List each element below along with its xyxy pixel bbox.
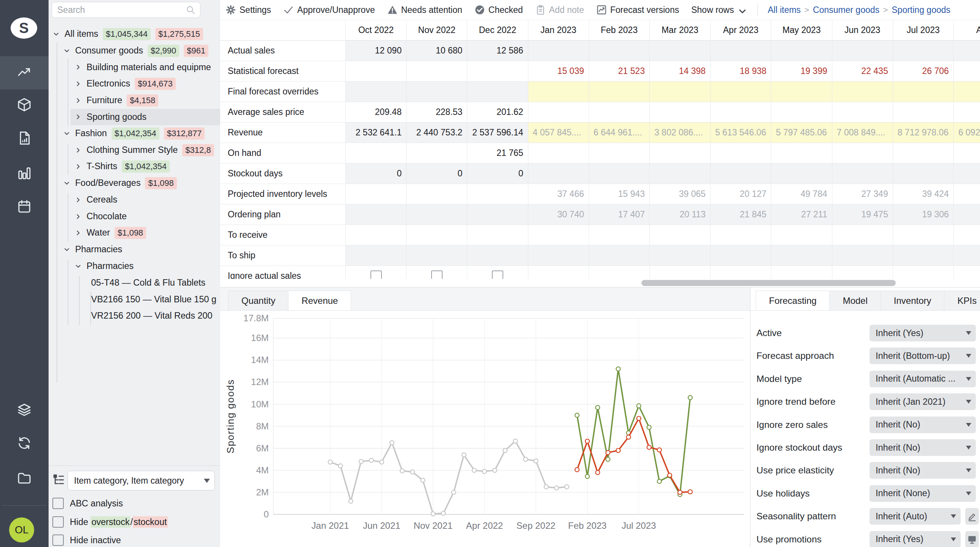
grouping-dropdown[interactable]: Item category, Item category	[68, 471, 215, 490]
table-cell[interactable]	[832, 266, 893, 279]
toolbar-settings[interactable]: Settings	[226, 5, 271, 15]
table-cell[interactable]	[893, 246, 954, 266]
table-cell[interactable]	[893, 143, 954, 163]
app-logo[interactable]: S	[11, 17, 37, 39]
table-cell[interactable]	[528, 266, 589, 279]
tree-item-clothing-summer-style[interactable]: Clothing Summer Style$312,8	[49, 142, 220, 159]
cell-checkbox[interactable]	[431, 271, 442, 279]
table-cell[interactable]	[467, 266, 528, 279]
table-cell[interactable]: 19 399	[771, 61, 832, 82]
table-cell[interactable]	[893, 102, 954, 122]
table-cell[interactable]	[528, 163, 589, 184]
table-cell[interactable]	[771, 266, 832, 279]
tree-item-cereals[interactable]: Cereals	[49, 192, 220, 208]
nav-item-cube[interactable]	[0, 88, 49, 121]
breadcrumb-link[interactable]: All items	[768, 5, 801, 15]
monitor-button[interactable]	[965, 531, 979, 547]
toolbar-add-note[interactable]: Add note	[535, 5, 584, 15]
table-cell[interactable]: 6 092	[954, 122, 980, 143]
table-cell[interactable]: 20 127	[711, 184, 771, 205]
table-cell[interactable]	[893, 266, 954, 279]
tree-item-water[interactable]: Water$1,098	[49, 225, 220, 241]
table-cell[interactable]: 30 740	[528, 205, 589, 225]
table-cell[interactable]: 21 523	[589, 61, 650, 82]
table-cell[interactable]: 26 706	[893, 61, 954, 82]
table-cell[interactable]: 6 644 961....	[589, 122, 650, 143]
table-cell[interactable]: 4 057 845....	[528, 122, 589, 143]
chart-tab-revenue[interactable]: Revenue	[288, 290, 351, 311]
table-cell[interactable]	[771, 163, 832, 184]
table-cell[interactable]	[832, 143, 893, 163]
table-cell[interactable]	[589, 163, 650, 184]
nav-item-layers[interactable]	[0, 393, 49, 427]
table-cell[interactable]	[589, 143, 650, 163]
table-cell[interactable]	[650, 266, 711, 279]
table-cell[interactable]: 19 475	[832, 205, 893, 225]
table-cell[interactable]	[954, 205, 980, 225]
table-cell[interactable]	[650, 225, 711, 246]
table-cell[interactable]	[467, 225, 528, 246]
table-cell[interactable]	[589, 82, 650, 102]
table-cell[interactable]	[407, 225, 467, 246]
table-cell[interactable]	[771, 82, 832, 102]
checkbox[interactable]	[52, 534, 64, 546]
tree-item-consumer-goods[interactable]: Consumer goods$2,990$961	[49, 43, 220, 59]
table-cell[interactable]: 209.48	[346, 102, 407, 122]
table-cell[interactable]	[346, 184, 407, 205]
table-cell[interactable]	[346, 61, 407, 82]
table-cell[interactable]	[711, 163, 771, 184]
tree-item-pharmacies[interactable]: Pharmacies	[49, 258, 220, 274]
table-cell[interactable]: 18 938	[711, 61, 771, 82]
table-cell[interactable]	[832, 246, 893, 266]
setting-dropdown[interactable]: Inherit (No)	[870, 439, 976, 456]
nav-item-bar-chart[interactable]	[0, 156, 49, 190]
table-cell[interactable]	[528, 143, 589, 163]
nav-item-trend[interactable]	[0, 56, 49, 90]
table-cell[interactable]	[893, 163, 954, 184]
avatar[interactable]: OL	[9, 517, 34, 542]
setting-dropdown[interactable]: Inherit (Bottom-up)	[870, 347, 976, 364]
table-cell[interactable]	[528, 246, 589, 266]
table-cell[interactable]	[771, 41, 832, 61]
table-cell[interactable]	[771, 225, 832, 246]
table-cell[interactable]	[832, 225, 893, 246]
tree-item-sporting-goods[interactable]: Sporting goods	[49, 109, 220, 125]
table-cell[interactable]	[711, 82, 771, 102]
table-cell[interactable]	[954, 184, 980, 205]
toolbar-forecast-versions[interactable]: Forecast versions	[596, 5, 679, 15]
table-cell[interactable]	[832, 82, 893, 102]
table-cell[interactable]: 37 466	[528, 184, 589, 205]
table-cell[interactable]	[467, 184, 528, 205]
tree-item-electronics[interactable]: Electronics$914,673	[49, 76, 220, 92]
settings-tab-kpis[interactable]: KPIs	[944, 290, 980, 311]
settings-tab-model[interactable]: Model	[829, 290, 881, 311]
tree-item-chocolate[interactable]: Chocolate	[49, 208, 220, 225]
table-cell[interactable]	[832, 163, 893, 184]
cell-checkbox[interactable]	[492, 271, 503, 279]
tree-item-vr2156-200-vital-reds-200[interactable]: VR2156 200 — Vital Reds 200	[49, 308, 220, 324]
checkbox[interactable]	[52, 516, 64, 528]
table-cell[interactable]	[832, 102, 893, 122]
nav-item-sync[interactable]	[0, 427, 49, 460]
table-cell[interactable]	[528, 225, 589, 246]
table-cell[interactable]	[771, 246, 832, 266]
table-cell[interactable]: 5 613 546.06	[711, 122, 771, 143]
table-cell[interactable]: 39 424	[893, 184, 954, 205]
table-cell[interactable]	[407, 143, 467, 163]
table-cell[interactable]	[467, 61, 528, 82]
breadcrumb-link[interactable]: Sporting goods	[892, 5, 950, 15]
table-cell[interactable]	[711, 225, 771, 246]
table-cell[interactable]	[407, 184, 467, 205]
table-cell[interactable]	[954, 143, 980, 163]
table-cell[interactable]	[589, 102, 650, 122]
table-cell[interactable]: 8 712 978.06	[893, 122, 954, 143]
table-cell[interactable]	[893, 225, 954, 246]
nav-item-folder[interactable]	[0, 461, 49, 495]
table-cell[interactable]	[589, 266, 650, 279]
table-cell[interactable]	[407, 205, 467, 225]
table-cell[interactable]: 15 943	[589, 184, 650, 205]
pencil-button[interactable]	[965, 508, 979, 525]
nav-item-doc-chart[interactable]	[0, 121, 49, 155]
table-cell[interactable]	[771, 143, 832, 163]
scrollbar-thumb[interactable]	[641, 280, 896, 286]
